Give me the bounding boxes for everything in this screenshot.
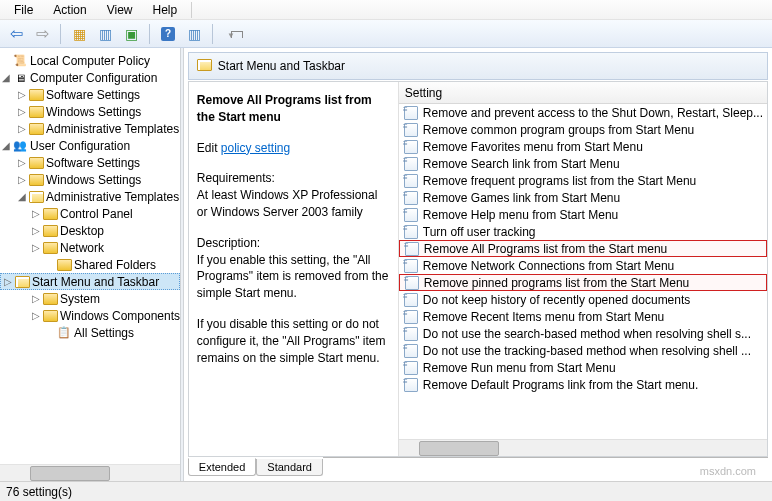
tree-label: Computer Configuration bbox=[30, 71, 157, 85]
tree-shared-folders[interactable]: ▷Shared Folders bbox=[0, 256, 180, 273]
settings-column-header[interactable]: Setting bbox=[399, 82, 767, 104]
tree-comp-windows[interactable]: ▷Windows Settings bbox=[0, 103, 180, 120]
setting-label: Remove Favorites menu from Start Menu bbox=[423, 140, 643, 154]
settings-h-scrollbar[interactable] bbox=[399, 439, 767, 456]
tree-label: Windows Settings bbox=[46, 173, 141, 187]
toolbar-separator bbox=[212, 24, 213, 44]
back-button[interactable] bbox=[4, 22, 28, 46]
settings-list[interactable]: Remove and prevent access to the Shut Do… bbox=[399, 104, 767, 439]
setting-row[interactable]: Do not use the tracking-based method whe… bbox=[399, 342, 767, 359]
folder-icon bbox=[28, 87, 44, 103]
menu-view[interactable]: View bbox=[97, 1, 143, 19]
toolbar-filter-button[interactable] bbox=[219, 22, 243, 46]
content-area: Remove All Programs list from the Start … bbox=[188, 81, 768, 457]
navigation-tree[interactable]: ▶Local Computer Policy ◢Computer Configu… bbox=[0, 48, 180, 464]
tree-all-settings[interactable]: ▷All Settings bbox=[0, 324, 180, 341]
tree-label: Shared Folders bbox=[74, 258, 156, 272]
forward-button[interactable] bbox=[30, 22, 54, 46]
setting-row[interactable]: Remove Help menu from Start Menu bbox=[399, 206, 767, 223]
setting-label: Remove and prevent access to the Shut Do… bbox=[423, 106, 763, 120]
setting-row[interactable]: Remove Network Connections from Start Me… bbox=[399, 257, 767, 274]
setting-label: Remove common program groups from Start … bbox=[423, 123, 694, 137]
tree-start-menu[interactable]: ▷Start Menu and Taskbar bbox=[0, 273, 180, 290]
panel-title: Start Menu and Taskbar bbox=[218, 59, 345, 73]
tree-comp-software[interactable]: ▷Software Settings bbox=[0, 86, 180, 103]
tree-label: All Settings bbox=[74, 326, 134, 340]
tree-desktop[interactable]: ▷Desktop bbox=[0, 222, 180, 239]
setting-label: Remove Recent Items menu from Start Menu bbox=[423, 310, 664, 324]
setting-row[interactable]: Do not use the search-based method when … bbox=[399, 325, 767, 342]
tree-user-windows[interactable]: ▷Windows Settings bbox=[0, 171, 180, 188]
folder-icon bbox=[42, 223, 58, 239]
view-tabs: Extended Standard bbox=[188, 457, 768, 477]
setting-row[interactable]: Remove Run menu from Start Menu bbox=[399, 359, 767, 376]
tree-control-panel[interactable]: ▷Control Panel bbox=[0, 205, 180, 222]
computer-icon bbox=[12, 70, 28, 86]
tree-root[interactable]: ▶Local Computer Policy bbox=[0, 52, 180, 69]
tab-standard[interactable]: Standard bbox=[256, 459, 323, 476]
setting-icon bbox=[403, 293, 419, 307]
selected-setting-title: Remove All Programs list from the Start … bbox=[197, 92, 390, 126]
requirements-body: At least Windows XP Professional or Wind… bbox=[197, 187, 390, 221]
setting-icon bbox=[403, 140, 419, 154]
forward-icon bbox=[36, 24, 49, 43]
tree-system[interactable]: ▷System bbox=[0, 290, 180, 307]
setting-row[interactable]: Remove All Programs list from the Start … bbox=[399, 240, 767, 257]
scrollbar-thumb[interactable] bbox=[419, 441, 499, 456]
description-body-1: If you enable this setting, the "All Pro… bbox=[197, 252, 390, 302]
export-icon bbox=[125, 26, 138, 42]
tree-comp-admin[interactable]: ▷Administrative Templates bbox=[0, 120, 180, 137]
tree-windows-components[interactable]: ▷Windows Components bbox=[0, 307, 180, 324]
menu-action[interactable]: Action bbox=[43, 1, 96, 19]
setting-row[interactable]: Remove and prevent access to the Shut Do… bbox=[399, 104, 767, 121]
status-bar: 76 setting(s) bbox=[0, 481, 772, 501]
setting-row[interactable]: Remove common program groups from Start … bbox=[399, 121, 767, 138]
setting-label: Remove Default Programs link from the St… bbox=[423, 378, 698, 392]
setting-row[interactable]: Remove Default Programs link from the St… bbox=[399, 376, 767, 393]
toolbar-btn-2[interactable] bbox=[93, 22, 117, 46]
setting-row[interactable]: Remove Games link from Start Menu bbox=[399, 189, 767, 206]
tree-computer-config[interactable]: ◢Computer Configuration bbox=[0, 69, 180, 86]
toolbar-help-button[interactable] bbox=[156, 22, 180, 46]
toolbar-btn-1[interactable] bbox=[67, 22, 91, 46]
edit-policy-link[interactable]: policy setting bbox=[221, 141, 290, 155]
tree-h-scrollbar[interactable] bbox=[0, 464, 180, 481]
folder-icon bbox=[56, 257, 72, 273]
setting-row[interactable]: Remove frequent programs list from the S… bbox=[399, 172, 767, 189]
setting-row[interactable]: Do not keep history of recently opened d… bbox=[399, 291, 767, 308]
toolbar-btn-3[interactable] bbox=[119, 22, 143, 46]
panel-header: Start Menu and Taskbar bbox=[188, 52, 768, 80]
setting-row[interactable]: Remove Recent Items menu from Start Menu bbox=[399, 308, 767, 325]
setting-row[interactable]: Turn off user tracking bbox=[399, 223, 767, 240]
toolbar-btn-5[interactable] bbox=[182, 22, 206, 46]
edit-line: Edit policy setting bbox=[197, 140, 390, 157]
setting-label: Remove Games link from Start Menu bbox=[423, 191, 620, 205]
tree-label: Start Menu and Taskbar bbox=[32, 275, 159, 289]
setting-row[interactable]: Remove Favorites menu from Start Menu bbox=[399, 138, 767, 155]
settings-pane: Setting Remove and prevent access to the… bbox=[399, 82, 767, 456]
folder-open-icon bbox=[28, 189, 44, 205]
tree-label: Local Computer Policy bbox=[30, 54, 150, 68]
description-body-2: If you disable this setting or do not co… bbox=[197, 316, 390, 366]
scrollbar-thumb[interactable] bbox=[30, 466, 110, 481]
tree-label: Windows Components bbox=[60, 309, 180, 323]
menu-help[interactable]: Help bbox=[143, 1, 188, 19]
setting-icon bbox=[403, 123, 419, 137]
setting-label: Remove frequent programs list from the S… bbox=[423, 174, 696, 188]
tree-user-config[interactable]: ◢User Configuration bbox=[0, 137, 180, 154]
setting-row[interactable]: Remove Search link from Start Menu bbox=[399, 155, 767, 172]
setting-icon bbox=[403, 157, 419, 171]
tree-label: Software Settings bbox=[46, 88, 140, 102]
menu-file[interactable]: File bbox=[4, 1, 43, 19]
tree-label: User Configuration bbox=[30, 139, 130, 153]
setting-icon bbox=[403, 344, 419, 358]
setting-label: Do not keep history of recently opened d… bbox=[423, 293, 691, 307]
setting-icon bbox=[403, 174, 419, 188]
setting-row[interactable]: Remove pinned programs list from the Sta… bbox=[399, 274, 767, 291]
tree-label: Windows Settings bbox=[46, 105, 141, 119]
tree-network[interactable]: ▷Network bbox=[0, 239, 180, 256]
tab-extended[interactable]: Extended bbox=[188, 458, 256, 476]
tree-user-software[interactable]: ▷Software Settings bbox=[0, 154, 180, 171]
tree-user-admin[interactable]: ◢Administrative Templates bbox=[0, 188, 180, 205]
detail-icon bbox=[188, 26, 201, 42]
